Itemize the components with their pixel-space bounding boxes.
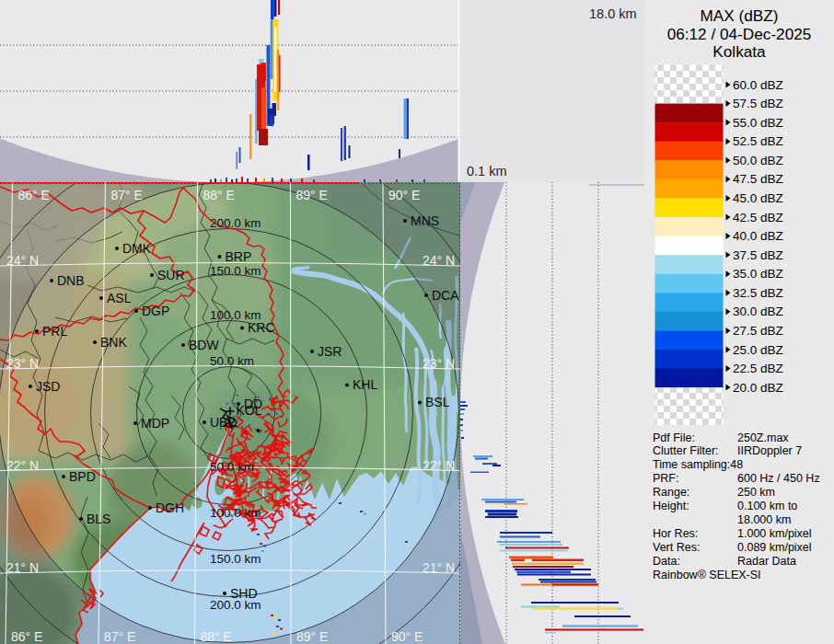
svg-text:23° N: 23° N bbox=[423, 356, 455, 371]
svg-text:25.0 dBZ: 25.0 dBZ bbox=[733, 343, 783, 357]
svg-text:Range:: Range: bbox=[653, 486, 689, 499]
svg-text:BPD: BPD bbox=[69, 469, 96, 484]
svg-text:Hor Res:: Hor Res: bbox=[653, 527, 698, 540]
svg-text:DGP: DGP bbox=[142, 304, 169, 318]
svg-text:60.0 dBZ: 60.0 dBZ bbox=[733, 78, 783, 92]
svg-text:1.000 km/pixel: 1.000 km/pixel bbox=[737, 527, 812, 540]
svg-text:21° N: 21° N bbox=[6, 560, 39, 575]
svg-text:90° E: 90° E bbox=[388, 188, 420, 202]
svg-text:23° N: 23° N bbox=[6, 356, 39, 371]
svg-text:Radar Data: Radar Data bbox=[737, 555, 796, 568]
svg-text:Data:: Data: bbox=[653, 555, 680, 568]
svg-text:PRF:: PRF: bbox=[653, 472, 678, 485]
svg-text:55.0 dBZ: 55.0 dBZ bbox=[733, 116, 783, 130]
svg-text:88° E: 88° E bbox=[201, 629, 232, 644]
svg-text:DNB: DNB bbox=[57, 273, 85, 288]
svg-text:JSR: JSR bbox=[318, 344, 342, 359]
svg-text:JSD: JSD bbox=[36, 379, 60, 394]
svg-text:200.0 km: 200.0 km bbox=[210, 216, 261, 230]
svg-text:100.0 km: 100.0 km bbox=[210, 506, 261, 520]
svg-text:50.0 dBZ: 50.0 dBZ bbox=[733, 154, 783, 167]
svg-text:40.0 dBZ: 40.0 dBZ bbox=[733, 229, 783, 243]
svg-text:0.1 km: 0.1 km bbox=[467, 164, 507, 178]
svg-text:21° N: 21° N bbox=[423, 560, 455, 575]
svg-text:22° N: 22° N bbox=[423, 458, 455, 473]
svg-text:57.5 dBZ: 57.5 dBZ bbox=[733, 97, 783, 110]
svg-text:06:12 / 04-Dec-2025: 06:12 / 04-Dec-2025 bbox=[667, 25, 812, 43]
svg-text:Time sampling:48: Time sampling:48 bbox=[653, 458, 743, 471]
svg-text:BDW: BDW bbox=[189, 338, 219, 352]
svg-text:86° E: 86° E bbox=[11, 629, 42, 644]
svg-text:30.0 dBZ: 30.0 dBZ bbox=[733, 305, 783, 318]
svg-text:42.5 dBZ: 42.5 dBZ bbox=[733, 211, 783, 224]
svg-text:SUR: SUR bbox=[157, 268, 185, 282]
svg-text:MDP: MDP bbox=[141, 416, 169, 431]
svg-text:SHD: SHD bbox=[230, 586, 258, 601]
svg-text:90° E: 90° E bbox=[391, 629, 423, 644]
svg-text:18.000 km: 18.000 km bbox=[737, 513, 791, 526]
svg-text:DMK: DMK bbox=[122, 241, 152, 256]
svg-text:UBD: UBD bbox=[210, 415, 237, 430]
svg-text:0.089 km/pixel: 0.089 km/pixel bbox=[737, 541, 812, 554]
svg-text:600 Hz / 450 Hz: 600 Hz / 450 Hz bbox=[737, 472, 820, 485]
svg-text:47.5 dBZ: 47.5 dBZ bbox=[733, 172, 783, 186]
svg-text:250 km: 250 km bbox=[737, 486, 775, 499]
svg-text:22.5 dBZ: 22.5 dBZ bbox=[733, 362, 783, 375]
svg-text:MAX (dBZ): MAX (dBZ) bbox=[701, 6, 779, 25]
svg-text:50.0 km: 50.0 km bbox=[210, 460, 254, 474]
svg-text:Height:: Height: bbox=[653, 500, 689, 512]
svg-text:Pdf File:: Pdf File: bbox=[653, 431, 695, 444]
svg-text:45.0 dBZ: 45.0 dBZ bbox=[733, 191, 783, 205]
svg-text:20.0 dBZ: 20.0 dBZ bbox=[733, 381, 783, 395]
svg-text:86° E: 86° E bbox=[18, 188, 50, 202]
svg-text:DCA: DCA bbox=[432, 288, 459, 303]
svg-text:BRP: BRP bbox=[226, 249, 252, 264]
svg-text:Kolkata: Kolkata bbox=[712, 42, 766, 61]
svg-text:MNS: MNS bbox=[411, 213, 439, 228]
svg-text:89° E: 89° E bbox=[296, 188, 328, 202]
svg-text:KHL: KHL bbox=[353, 377, 377, 392]
svg-text:250Z.max: 250Z.max bbox=[737, 431, 789, 444]
svg-text:KOL: KOL bbox=[237, 403, 262, 418]
svg-text:BSL: BSL bbox=[425, 395, 450, 409]
svg-text:Vert Res:: Vert Res: bbox=[653, 541, 700, 554]
svg-text:150.0 km: 150.0 km bbox=[210, 264, 261, 278]
svg-text:52.5 dBZ: 52.5 dBZ bbox=[733, 134, 783, 148]
svg-text:32.5 dBZ: 32.5 dBZ bbox=[733, 286, 783, 300]
svg-text:DGH: DGH bbox=[156, 500, 184, 515]
svg-text:KRC: KRC bbox=[248, 320, 275, 335]
svg-text:35.0 dBZ: 35.0 dBZ bbox=[733, 267, 783, 281]
svg-text:BNK: BNK bbox=[100, 335, 127, 350]
svg-text:88° E: 88° E bbox=[203, 188, 235, 202]
svg-text:87° E: 87° E bbox=[104, 629, 135, 644]
svg-text:89° E: 89° E bbox=[296, 629, 328, 644]
svg-text:22° N: 22° N bbox=[6, 458, 39, 473]
svg-text:50.0 km: 50.0 km bbox=[210, 354, 254, 368]
svg-text:37.5 dBZ: 37.5 dBZ bbox=[733, 248, 783, 262]
svg-text:18.0 km: 18.0 km bbox=[589, 6, 637, 21]
svg-text:ASL: ASL bbox=[107, 291, 132, 305]
svg-text:Clutter Filter:: Clutter Filter: bbox=[653, 444, 719, 457]
svg-text:BLS: BLS bbox=[87, 512, 110, 526]
svg-text:24° N: 24° N bbox=[423, 253, 455, 268]
svg-text:Rainbow® SELEX-SI: Rainbow® SELEX-SI bbox=[653, 569, 761, 581]
svg-text:IIRDoppler 7: IIRDoppler 7 bbox=[737, 444, 802, 457]
svg-text:0.100 km to: 0.100 km to bbox=[737, 500, 797, 512]
svg-text:87° E: 87° E bbox=[111, 188, 143, 202]
svg-text:150.0 km: 150.0 km bbox=[210, 552, 261, 566]
svg-text:27.5 dBZ: 27.5 dBZ bbox=[733, 324, 783, 338]
svg-text:PRL: PRL bbox=[42, 324, 67, 339]
svg-text:24° N: 24° N bbox=[6, 253, 39, 268]
